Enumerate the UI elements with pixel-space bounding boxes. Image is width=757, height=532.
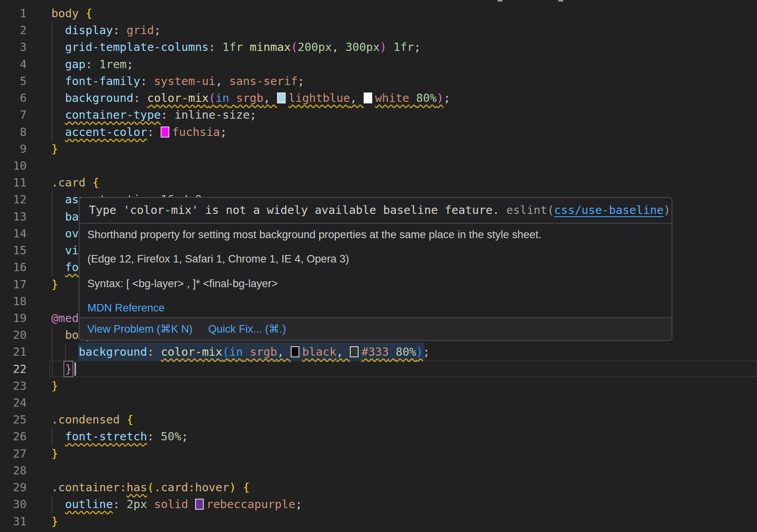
line-number: 22: [0, 361, 27, 378]
line-content[interactable]: ba: [51, 208, 79, 225]
code-token: {: [85, 7, 92, 20]
code-token: [51, 244, 65, 257]
line-content[interactable]: font-stretch: 50%;: [51, 428, 188, 445]
code-token: ;: [423, 345, 430, 358]
warning-squiggle-range: fo: [65, 261, 79, 274]
line-content[interactable]: container-type: inline-size;: [51, 107, 257, 123]
line-content[interactable]: vi: [51, 242, 79, 259]
line-content[interactable]: }: [51, 361, 76, 378]
line-content[interactable]: }: [51, 445, 58, 462]
line-number: 14: [0, 225, 27, 242]
code-line-24[interactable]: 24: [0, 394, 757, 411]
color-swatch[interactable]: [195, 499, 204, 510]
code-token: [51, 74, 65, 88]
line-content[interactable]: .container:has(.card:hover) {: [51, 479, 250, 496]
line-content[interactable]: display: grid;: [51, 22, 161, 39]
line-content[interactable]: }: [51, 513, 58, 530]
code-token: [243, 345, 250, 358]
code-token: [51, 345, 79, 358]
color-swatch[interactable]: [350, 346, 359, 357]
code-line-8[interactable]: 8 accent-color: fuchsia;: [0, 124, 757, 141]
color-swatch[interactable]: [291, 346, 299, 357]
code-token: ): [380, 40, 386, 54]
hover-docs: Shorthand property for setting most back…: [80, 224, 672, 314]
line-content[interactable]: }: [51, 276, 58, 293]
line-content[interactable]: ov: [51, 225, 79, 242]
code-token: :: [113, 24, 127, 37]
line-content[interactable]: }: [51, 141, 58, 157]
color-swatch[interactable]: [161, 127, 169, 138]
eslint-rule-link[interactable]: css/use-baseline: [554, 202, 663, 219]
code-line-1[interactable]: 1body {: [0, 5, 757, 22]
code-line-4[interactable]: 4 gap: 1rem;: [0, 56, 757, 73]
code-line-11[interactable]: 11.card {: [0, 174, 757, 191]
code-token: font-family: [65, 74, 140, 88]
code-token: }: [51, 278, 58, 291]
code-line-30[interactable]: 30 outline: 2px solid rebeccapurple;: [0, 496, 757, 513]
code-line-25[interactable]: 25.condensed {: [0, 411, 757, 428]
code-token: {: [127, 413, 133, 426]
code-token: 200px: [298, 40, 332, 54]
view-problem-button[interactable]: View Problem (⌘K N): [87, 320, 192, 337]
code-line-29[interactable]: 29.container:has(.card:hover) {: [0, 479, 757, 496]
code-line-6[interactable]: 6 background: color-mix(in srgb, lightbl…: [0, 90, 757, 107]
code-token: ,: [216, 74, 229, 88]
line-content[interactable]: }: [51, 378, 58, 394]
line-number: 3: [0, 39, 27, 56]
code-token: ;: [295, 498, 302, 511]
code-line-10[interactable]: 10: [0, 157, 757, 174]
line-content[interactable]: outline: 2px solid rebeccapurple;: [51, 496, 302, 513]
line-number: 13: [0, 208, 27, 225]
code-line-26[interactable]: 26 font-stretch: 50%;: [0, 428, 757, 445]
code-token: [51, 362, 65, 376]
code-token: :: [85, 58, 99, 71]
line-content[interactable]: font-family: system-ui, sans-serif;: [51, 73, 304, 90]
code-token: fo: [65, 261, 79, 274]
code-line-27[interactable]: 27}: [0, 445, 757, 462]
code-token: fuchsia: [172, 125, 220, 139]
color-swatch[interactable]: [277, 92, 286, 103]
line-content[interactable]: .card {: [51, 174, 99, 191]
line-content[interactable]: accent-color: fuchsia;: [51, 124, 227, 141]
code-line-3[interactable]: 3 grid-template-columns: 1fr minmax(200p…: [0, 39, 757, 56]
code-line-23[interactable]: 23}: [0, 378, 757, 394]
warning-squiggle-range: container-type: [65, 108, 161, 121]
code-line-2[interactable]: 2 display: grid;: [0, 22, 757, 39]
line-number: 20: [0, 327, 27, 344]
code-line-5[interactable]: 5 font-family: system-ui, sans-serif;: [0, 73, 757, 90]
code-token: [120, 413, 127, 426]
code-token: 2px: [127, 498, 147, 511]
code-token: [188, 498, 195, 511]
line-content[interactable]: .condensed {: [51, 411, 134, 428]
line-number: 5: [0, 73, 27, 90]
code-token: ,: [336, 345, 350, 358]
code-token: [229, 91, 236, 105]
mdn-reference-link[interactable]: MDN Reference: [87, 302, 165, 314]
code-line-28[interactable]: 28: [0, 462, 757, 479]
code-line-31[interactable]: 31}: [0, 513, 757, 530]
code-token: ,: [277, 345, 291, 358]
code-line-21[interactable]: 21 background: color-mix(in srgb, black,…: [0, 344, 757, 360]
code-editor[interactable]: 1body {2 display: grid;3 grid-template-c…: [0, 0, 757, 532]
quick-fix-button[interactable]: Quick Fix... (⌘.): [208, 320, 286, 337]
warning-squiggle-range: accent-color: [65, 125, 147, 139]
line-content[interactable]: background: color-mix(in srgb, lightblue…: [51, 90, 450, 107]
code-line-22[interactable]: 22 }: [0, 361, 757, 378]
line-content[interactable]: background: color-mix(in srgb, black, #3…: [51, 344, 430, 360]
code-token: 1fr: [393, 40, 414, 54]
code-line-7[interactable]: 7 container-type: inline-size;: [0, 107, 757, 123]
code-token: [51, 40, 65, 54]
line-content[interactable]: body {: [51, 5, 92, 22]
color-swatch[interactable]: [364, 92, 372, 103]
code-line-9[interactable]: 9}: [0, 141, 757, 157]
line-number: 27: [0, 445, 27, 462]
line-content[interactable]: @med: [51, 310, 79, 327]
syntax-line: Syntax: [ <bg-layer> , ]* <final-bg-laye…: [87, 277, 664, 290]
line-content[interactable]: gap: 1rem;: [51, 56, 134, 73]
line-number: 18: [0, 293, 27, 310]
line-content[interactable]: grid-template-columns: 1fr minmax(200px,…: [51, 39, 421, 56]
code-token: font-stretch: [65, 430, 147, 443]
code-token: vi: [65, 244, 79, 257]
line-number: 24: [0, 394, 27, 411]
line-content[interactable]: fo: [51, 259, 79, 276]
